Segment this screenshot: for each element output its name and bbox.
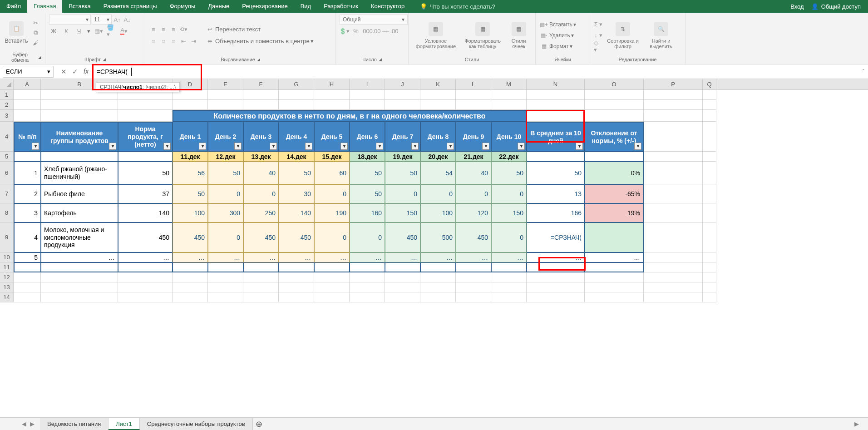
cell[interactable]	[491, 100, 527, 110]
conditional-formatting-button[interactable]: ▦ Условное форматирование	[412, 17, 459, 54]
filter-icon[interactable]	[32, 143, 39, 150]
cell[interactable]: 450	[118, 222, 173, 252]
filter-icon[interactable]	[305, 143, 312, 150]
cell[interactable]	[585, 262, 644, 272]
cell[interactable]: …	[527, 252, 585, 262]
underline-button[interactable]: Ч	[74, 26, 84, 35]
cell[interactable]: 19%	[585, 203, 644, 222]
cell[interactable]	[118, 262, 173, 272]
row-header-1[interactable]: 1	[0, 90, 14, 100]
cell[interactable]	[644, 90, 703, 100]
cell[interactable]	[41, 292, 118, 302]
cell[interactable]: День 7	[385, 122, 420, 152]
col-header-L[interactable]: L	[456, 79, 491, 89]
cell[interactable]	[208, 262, 243, 272]
cell[interactable]	[14, 262, 41, 272]
cell[interactable]: 100	[173, 203, 208, 222]
cell[interactable]: 100	[420, 203, 456, 222]
cell[interactable]	[527, 100, 585, 110]
cell[interactable]	[173, 100, 208, 110]
cell[interactable]: …	[279, 252, 314, 262]
row-header-12[interactable]: 12	[0, 272, 14, 282]
number-format-combo[interactable]: Общий▾	[340, 15, 408, 25]
cell[interactable]	[385, 90, 420, 100]
cell[interactable]: День 2	[208, 122, 243, 152]
filter-icon[interactable]	[234, 143, 242, 150]
cell[interactable]: 166	[527, 203, 585, 222]
cell[interactable]	[173, 272, 208, 282]
cell[interactable]	[527, 262, 585, 272]
col-header-P[interactable]: P	[644, 79, 703, 89]
cell[interactable]	[208, 282, 243, 292]
autosum-icon[interactable]: Σ ▾	[594, 20, 603, 29]
cell[interactable]	[420, 272, 456, 282]
cell[interactable]: 22.дек	[491, 152, 527, 162]
cell[interactable]	[118, 282, 173, 292]
cell[interactable]	[279, 272, 314, 282]
cell[interactable]: 140	[118, 203, 173, 222]
cell[interactable]	[703, 162, 716, 184]
cell[interactable]: 0%	[585, 162, 644, 184]
cell[interactable]: 13	[527, 184, 585, 203]
cell[interactable]: 250	[243, 203, 279, 222]
cell[interactable]	[173, 282, 208, 292]
cell[interactable]	[420, 262, 456, 272]
cell[interactable]	[585, 272, 644, 282]
decrease-indent-icon[interactable]: ⇤	[179, 37, 188, 46]
cell[interactable]: Рыбное филе	[41, 184, 118, 203]
row-header-4[interactable]: 4	[0, 122, 14, 152]
cell[interactable]	[243, 272, 279, 282]
cell[interactable]: 50	[350, 184, 385, 203]
bold-button[interactable]: Ж	[49, 26, 58, 35]
cell[interactable]	[208, 272, 243, 282]
cell[interactable]: 120	[456, 203, 491, 222]
cell[interactable]	[14, 110, 41, 122]
cell[interactable]: 50	[491, 162, 527, 184]
cell[interactable]	[350, 262, 385, 272]
col-header-O[interactable]: O	[585, 79, 644, 89]
tab-formulas[interactable]: Формулы	[163, 0, 202, 13]
cell[interactable]: 15.дек	[314, 152, 350, 162]
cell[interactable]	[644, 222, 703, 252]
cell[interactable]: 4	[14, 222, 41, 252]
cell[interactable]	[644, 282, 703, 292]
cell[interactable]	[41, 262, 118, 272]
cell[interactable]	[456, 90, 491, 100]
cell[interactable]: 0	[243, 184, 279, 203]
cell[interactable]: Наименование группы продуктов	[41, 122, 118, 152]
cell[interactable]	[314, 272, 350, 282]
cell-styles-button[interactable]: ▦ Стили ячеек	[506, 17, 532, 54]
align-bottom-icon[interactable]: ≡	[169, 25, 178, 34]
cell[interactable]: …	[350, 252, 385, 262]
clipboard-launcher-icon[interactable]: ◢	[38, 55, 41, 59]
cell[interactable]: 40	[456, 162, 491, 184]
cell[interactable]: 50	[350, 162, 385, 184]
row-header-5[interactable]: 5	[0, 152, 14, 162]
cell[interactable]: 0	[314, 184, 350, 203]
cell[interactable]: 54	[420, 162, 456, 184]
cell[interactable]: 21.дек	[456, 152, 491, 162]
fill-color-icon[interactable]: 🪣▾	[107, 26, 116, 35]
cell[interactable]	[644, 100, 703, 110]
cell[interactable]	[527, 272, 585, 282]
cell[interactable]	[456, 100, 491, 110]
cancel-formula-icon[interactable]: ✕	[61, 68, 67, 76]
formula-bar-expand-icon[interactable]: ˇ	[863, 69, 868, 75]
cell[interactable]: 50	[173, 184, 208, 203]
cell[interactable]	[385, 282, 420, 292]
cell[interactable]	[279, 262, 314, 272]
filter-icon[interactable]	[447, 143, 454, 150]
cell[interactable]	[644, 262, 703, 272]
number-launcher-icon[interactable]: ◢	[379, 57, 382, 62]
cell[interactable]	[385, 262, 420, 272]
cell[interactable]	[173, 262, 208, 272]
alignment-launcher-icon[interactable]: ◢	[257, 57, 260, 62]
insert-cells-button[interactable]: ▦+Вставить ▾	[539, 20, 576, 29]
filter-icon[interactable]	[411, 143, 419, 150]
cell[interactable]: 500	[420, 222, 456, 252]
cell[interactable]	[644, 122, 703, 152]
cell[interactable]: 450	[385, 222, 420, 252]
cell[interactable]: День 9	[456, 122, 491, 152]
cell[interactable]	[118, 292, 173, 302]
col-header-J[interactable]: J	[385, 79, 420, 89]
